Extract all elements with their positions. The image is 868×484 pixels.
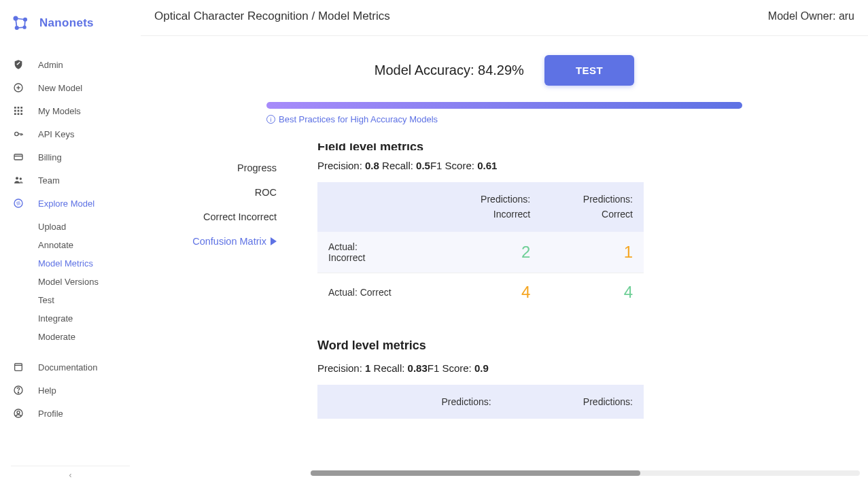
sidebar-collapse[interactable]: ‹: [11, 466, 130, 484]
word-metrics-line: Precision: 1 Recall: 0.83F1 Score: 0.9: [317, 362, 644, 374]
svg-line-7: [17, 27, 24, 28]
breadcrumb: Optical Character Recognition / Model Me…: [154, 10, 390, 23]
nav-label: Profile: [38, 409, 63, 419]
table-row: Actual:Incorrect 2 1: [317, 232, 644, 273]
model-owner: Model Owner: aru: [768, 10, 854, 22]
accuracy-text: Model Accuracy: 84.29%: [375, 63, 524, 78]
accuracy-value: 84.29%: [478, 63, 524, 77]
sidebar-item-billing[interactable]: Billing: [0, 145, 141, 169]
header: Optical Character Recognition / Model Me…: [141, 0, 868, 36]
nav-label: Explore Model: [38, 198, 94, 209]
main-nav: Admin New Model My Models API Keys Billi…: [0, 53, 141, 425]
sidebar-item-profile[interactable]: Profile: [0, 402, 141, 425]
svg-rect-14: [14, 110, 16, 112]
svg-rect-24: [14, 154, 22, 160]
subnav-model-versions[interactable]: Model Versions: [38, 273, 141, 291]
svg-point-33: [18, 392, 18, 393]
nav-label: Billing: [38, 152, 62, 162]
nav-label: Team: [38, 175, 60, 186]
field-section-title-cut: Field level metrics: [317, 143, 644, 150]
subnav-model-metrics[interactable]: Model Metrics: [38, 254, 141, 273]
th-empty: [317, 182, 439, 232]
main-content: Optical Character Recognition / Model Me…: [141, 0, 868, 484]
shield-check-icon: [12, 58, 24, 71]
metrics-tabs: Progress ROC Correct Incorrect Confusion…: [141, 156, 277, 452]
subnav-upload[interactable]: Upload: [38, 218, 141, 236]
user-circle-icon: [12, 407, 24, 419]
row-label: Actual: Correct: [317, 273, 439, 311]
nav-label: API Keys: [38, 129, 74, 139]
sidebar-item-new-model[interactable]: New Model: [0, 76, 141, 99]
cell-false-pos: 1: [541, 232, 644, 273]
tab-label: Confusion Matrix: [192, 236, 266, 247]
nav-label: My Models: [38, 106, 81, 116]
nav-label: Help: [38, 385, 56, 396]
sidebar-item-admin[interactable]: Admin: [0, 53, 141, 76]
scrollbar-thumb[interactable]: [311, 470, 640, 476]
nav-label: Documentation: [38, 362, 97, 373]
word-section-title: Word level metrics: [317, 339, 644, 353]
subnav-annotate[interactable]: Annotate: [38, 236, 141, 254]
sidebar-item-explore-model[interactable]: Explore Model: [0, 192, 141, 215]
best-practices-link[interactable]: i Best Practices for High Accuracy Model…: [266, 114, 742, 124]
training-progress-bar: [266, 102, 742, 109]
info-icon: i: [266, 115, 275, 124]
svg-point-35: [17, 411, 20, 414]
subnav-integrate[interactable]: Integrate: [38, 309, 141, 328]
field-confusion-matrix: Predictions:Incorrect Predictions:Correc…: [317, 182, 644, 311]
tab-correct-incorrect[interactable]: Correct Incorrect: [141, 205, 277, 229]
brand-name: Nanonets: [39, 16, 94, 30]
sidebar-item-my-models[interactable]: My Models: [0, 99, 141, 122]
svg-rect-30: [15, 364, 22, 371]
brand-logo-icon: [11, 14, 30, 33]
people-icon: [12, 174, 24, 186]
sidebar-item-team[interactable]: Team: [0, 169, 141, 192]
svg-rect-12: [18, 107, 20, 109]
svg-rect-16: [20, 110, 22, 112]
svg-rect-13: [20, 107, 22, 109]
svg-point-20: [15, 132, 18, 135]
th-empty: [317, 385, 360, 419]
key-icon: [12, 128, 24, 140]
row-label: Actual:Incorrect: [317, 232, 439, 273]
subnav-moderate[interactable]: Moderate: [38, 328, 141, 346]
owner-label: Model Owner:: [768, 10, 839, 22]
play-icon: [271, 237, 277, 245]
owner-value: aru: [839, 10, 854, 22]
th-pred-correct: Predictions:Correct: [541, 182, 644, 232]
nav-label: Admin: [38, 60, 63, 70]
test-button[interactable]: TEST: [544, 55, 634, 86]
accuracy-row: Model Accuracy: 84.29% TEST: [141, 36, 868, 94]
plus-circle-icon: [12, 82, 24, 94]
sidebar-item-api-keys[interactable]: API Keys: [0, 122, 141, 145]
tab-confusion-matrix[interactable]: Confusion Matrix: [141, 229, 277, 254]
book-icon: [12, 361, 24, 373]
svg-rect-18: [18, 113, 20, 115]
svg-rect-11: [14, 107, 16, 109]
logo-row[interactable]: Nanonets: [0, 7, 141, 39]
best-practices-text: Best Practices for High Accuracy Models: [279, 114, 438, 124]
field-metrics-line: Precision: 0.8 Recall: 0.5F1 Score: 0.61: [317, 160, 644, 171]
horizontal-scrollbar[interactable]: [311, 470, 860, 476]
sidebar-item-documentation[interactable]: Documentation: [0, 356, 141, 379]
chevron-left-icon: ‹: [69, 470, 72, 480]
svg-rect-17: [14, 113, 16, 115]
tab-roc[interactable]: ROC: [141, 180, 277, 205]
nav-label: New Model: [38, 83, 82, 93]
svg-rect-19: [20, 113, 22, 115]
credit-card-icon: [12, 151, 24, 163]
cell-false-neg: 4: [439, 273, 542, 311]
table-row: Actual: Correct 4 4: [317, 273, 644, 311]
subnav-test[interactable]: Test: [38, 291, 141, 309]
grid-icon: [12, 105, 24, 117]
th-pred-correct: Predictions:: [502, 385, 644, 419]
nav-bottom: Documentation Help Profile: [0, 356, 141, 425]
th-pred-incorrect: Predictions:: [360, 385, 502, 419]
sidebar-item-help[interactable]: Help: [0, 379, 141, 402]
svg-marker-29: [16, 201, 20, 205]
tab-progress[interactable]: Progress: [141, 156, 277, 180]
explore-icon: [12, 197, 24, 209]
svg-point-27: [20, 177, 22, 179]
svg-point-26: [16, 177, 18, 179]
metrics-column: Field level metrics Precision: 0.8 Recal…: [317, 156, 644, 452]
